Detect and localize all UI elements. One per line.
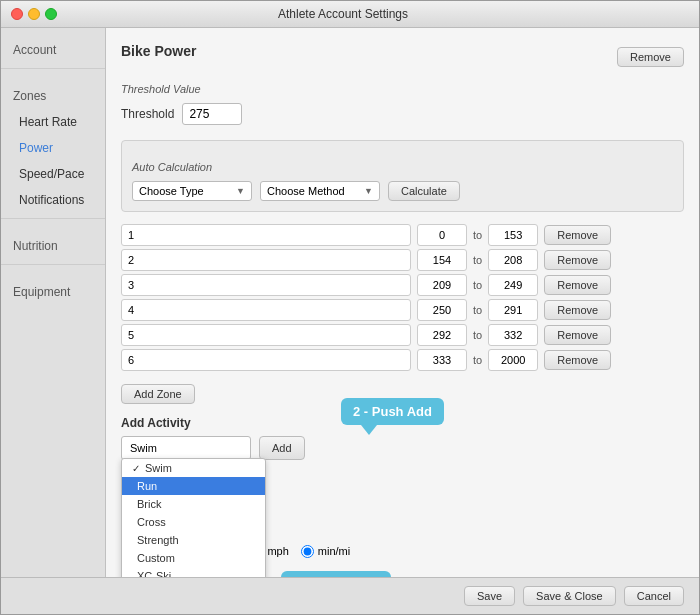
threshold-label: Threshold — [121, 107, 174, 121]
auto-calc-label: Auto Calculation — [132, 161, 673, 173]
activity-option-swim[interactable]: ✓Swim — [122, 459, 265, 477]
maximize-button[interactable] — [45, 8, 57, 20]
sidebar-item-equipment[interactable]: Equipment — [1, 275, 105, 305]
zone-to-input[interactable] — [488, 324, 538, 346]
activity-label: Custom — [137, 552, 175, 564]
choose-type-dropdown[interactable]: Choose Type ▼ — [132, 181, 252, 201]
zone-remove-button[interactable]: Remove — [544, 250, 611, 270]
activity-option-run[interactable]: Run — [122, 477, 265, 495]
zone-row: to Remove — [121, 224, 684, 246]
window: Athlete Account Settings Account Zones H… — [0, 0, 700, 615]
activity-option-xc-ski[interactable]: XC-Ski — [122, 567, 265, 577]
save-close-button[interactable]: Save & Close — [523, 586, 616, 606]
choose-method-dropdown[interactable]: Choose Method ▼ — [260, 181, 380, 201]
zone-to-input[interactable] — [488, 249, 538, 271]
radio-minmi-label: min/mi — [318, 545, 350, 557]
activity-label: Run — [137, 480, 157, 492]
zone-to-label: to — [473, 354, 482, 366]
add-activity-section: Add Activity Swim ✓SwimRunBrickCrossStre… — [121, 416, 684, 460]
zone-from-input[interactable] — [417, 249, 467, 271]
zone-to-label: to — [473, 329, 482, 341]
zone-to-input[interactable] — [488, 224, 538, 246]
checkmark-icon: ✓ — [132, 463, 140, 474]
threshold-input[interactable] — [182, 103, 242, 125]
cancel-button[interactable]: Cancel — [624, 586, 684, 606]
section-title: Bike Power — [121, 43, 196, 59]
footer: Save Save & Close Cancel — [1, 577, 699, 614]
zone-to-label: to — [473, 254, 482, 266]
threshold-row: Threshold — [121, 103, 684, 125]
callout-select-run: 1 - Select Run — [281, 571, 391, 577]
sidebar-item-speed-pace[interactable]: Speed/Pace — [1, 161, 105, 187]
radio-mph-label: mph — [267, 545, 288, 557]
zone-name-input[interactable] — [121, 274, 411, 296]
choose-type-label: Choose Type — [139, 185, 204, 197]
sidebar-item-heart-rate[interactable]: Heart Rate — [1, 109, 105, 135]
zone-name-input[interactable] — [121, 349, 411, 371]
zone-to-input[interactable] — [488, 274, 538, 296]
auto-calc-row: Choose Type ▼ Choose Method ▼ Calculate — [132, 181, 673, 201]
zone-name-input[interactable] — [121, 299, 411, 321]
activity-label: XC-Ski — [137, 570, 171, 577]
choose-method-arrow-icon: ▼ — [364, 186, 373, 196]
activity-option-strength[interactable]: Strength — [122, 531, 265, 549]
add-zone-button[interactable]: Add Zone — [121, 384, 195, 404]
sidebar-item-nutrition[interactable]: Nutrition — [1, 229, 105, 259]
activity-option-brick[interactable]: Brick — [122, 495, 265, 513]
zone-to-label: to — [473, 304, 482, 316]
zone-remove-button[interactable]: Remove — [544, 300, 611, 320]
title-controls — [11, 8, 57, 20]
sidebar-item-account[interactable]: Account — [1, 33, 105, 63]
radio-minmi[interactable]: min/mi — [301, 545, 350, 558]
zone-remove-button[interactable]: Remove — [544, 275, 611, 295]
zone-from-input[interactable] — [417, 274, 467, 296]
zone-row: to Remove — [121, 324, 684, 346]
sidebar: Account Zones Heart Rate Power Speed/Pac… — [1, 28, 106, 577]
sidebar-item-zones[interactable]: Zones — [1, 79, 105, 109]
zone-to-label: to — [473, 229, 482, 241]
zone-name-input[interactable] — [121, 249, 411, 271]
zone-row: to Remove — [121, 349, 684, 371]
zone-remove-button[interactable]: Remove — [544, 350, 611, 370]
zone-from-input[interactable] — [417, 299, 467, 321]
zone-from-input[interactable] — [417, 349, 467, 371]
activity-option-cross[interactable]: Cross — [122, 513, 265, 531]
zone-to-input[interactable] — [488, 299, 538, 321]
activity-selected-label: Swim — [130, 442, 157, 454]
zone-from-input[interactable] — [417, 224, 467, 246]
zone-name-input[interactable] — [121, 224, 411, 246]
sidebar-item-power[interactable]: Power — [1, 135, 105, 161]
zones-table: to Remove to Remove to Remove to Remove … — [121, 224, 684, 371]
zone-remove-button[interactable]: Remove — [544, 325, 611, 345]
zone-remove-button[interactable]: Remove — [544, 225, 611, 245]
content-area: Bike Power Remove Threshold Value Thresh… — [106, 28, 699, 577]
zone-name-input[interactable] — [121, 324, 411, 346]
sidebar-item-notifications[interactable]: Notifications — [1, 187, 105, 213]
radio-minmi-input[interactable] — [301, 545, 314, 558]
calculate-button[interactable]: Calculate — [388, 181, 460, 201]
minimize-button[interactable] — [28, 8, 40, 20]
zone-row: to Remove — [121, 274, 684, 296]
zone-from-input[interactable] — [417, 324, 467, 346]
activity-option-custom[interactable]: Custom — [122, 549, 265, 567]
zone-row: to Remove — [121, 299, 684, 321]
save-button[interactable]: Save — [464, 586, 515, 606]
activity-label: Cross — [137, 516, 166, 528]
title-bar: Athlete Account Settings — [1, 1, 699, 28]
auto-calc-section: Auto Calculation Choose Type ▼ Choose Me… — [121, 140, 684, 212]
add-activity-button[interactable]: Add — [259, 436, 305, 460]
activity-label: Brick — [137, 498, 161, 510]
zone-to-label: to — [473, 279, 482, 291]
close-button[interactable] — [11, 8, 23, 20]
activity-dropdown-container: Swim ✓SwimRunBrickCrossStrengthCustomXC-… — [121, 436, 251, 460]
zone-row: to Remove — [121, 249, 684, 271]
remove-top-button[interactable]: Remove — [617, 47, 684, 67]
main-layout: Account Zones Heart Rate Power Speed/Pac… — [1, 28, 699, 577]
callout-push-add: 2 - Push Add — [341, 398, 444, 425]
activity-label: Strength — [137, 534, 179, 546]
choose-type-arrow-icon: ▼ — [236, 186, 245, 196]
activity-dropdown-menu: ✓SwimRunBrickCrossStrengthCustomXC-SkiRo… — [121, 458, 266, 577]
add-activity-row: Swim ✓SwimRunBrickCrossStrengthCustomXC-… — [121, 436, 684, 460]
activity-dropdown-trigger[interactable]: Swim — [121, 436, 251, 460]
zone-to-input[interactable] — [488, 349, 538, 371]
